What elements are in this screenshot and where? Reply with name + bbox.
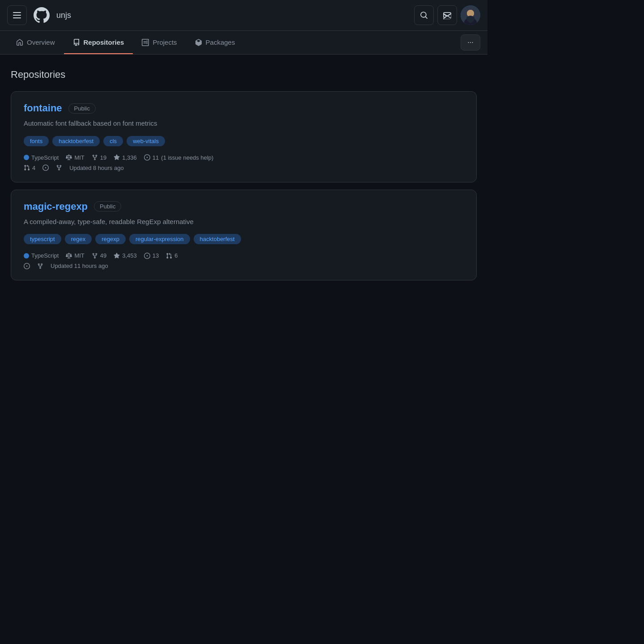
license-magic-regexp: MIT xyxy=(66,252,84,259)
stars-magic-regexp[interactable]: 3,453 xyxy=(114,252,137,259)
packages-icon xyxy=(195,38,202,46)
forks-magic-regexp[interactable]: 49 xyxy=(92,252,106,259)
svg-rect-2 xyxy=(13,17,21,18)
tab-packages[interactable]: Packages xyxy=(186,31,244,54)
topic-regular-expression[interactable]: regular-expression xyxy=(129,234,190,244)
topic-hacktoberfest2[interactable]: hacktoberfest xyxy=(194,234,241,244)
language-magic-regexp: TypeScript xyxy=(24,252,59,259)
repo-card-magic-regexp: magic-regexp Public A compiled-away, typ… xyxy=(11,190,477,281)
repo-topics-magic-regexp: typescript regex regexp regular-expressi… xyxy=(24,234,464,244)
svg-rect-0 xyxy=(13,12,21,13)
stars-fontaine[interactable]: 1,336 xyxy=(114,154,137,161)
visibility-badge-fontaine: Public xyxy=(68,103,96,114)
language-dot-magic-regexp xyxy=(24,253,29,258)
prs-fontaine[interactable]: 4 xyxy=(24,165,35,171)
issues-count-fontaine: 11 xyxy=(153,154,159,161)
header: unjs xyxy=(0,0,487,31)
menu-button[interactable] xyxy=(7,5,27,25)
visibility-badge-magic-regexp: Public xyxy=(94,201,121,212)
svg-rect-1 xyxy=(13,15,21,16)
repo-icon xyxy=(73,38,80,46)
header-right xyxy=(414,5,480,25)
github-logo[interactable] xyxy=(32,6,51,25)
repo-meta-fontaine-row1: TypeScript MIT 19 1,336 xyxy=(24,154,464,161)
fork-icon2-magic-regexp xyxy=(37,263,43,269)
issues-fontaine[interactable]: 11 (1 issue needs help) xyxy=(144,154,214,161)
topic-regexp[interactable]: regexp xyxy=(95,234,126,244)
nav-tabs: Overview Repositories Projects Packages … xyxy=(0,31,487,55)
forks-fontaine[interactable]: 19 xyxy=(92,154,106,161)
tab-repositories[interactable]: Repositories xyxy=(64,31,133,54)
issues-magic-regexp[interactable]: 13 xyxy=(144,252,159,259)
fork-icon2-fontaine xyxy=(56,165,62,171)
repo-name-magic-regexp[interactable]: magic-regexp xyxy=(24,201,88,212)
issues-note-fontaine: (1 issue needs help) xyxy=(161,154,213,161)
repo-meta-fontaine-row2: 4 Updated 8 hours ago xyxy=(24,165,464,171)
home-icon xyxy=(16,38,23,46)
topic-regex[interactable]: regex xyxy=(65,234,92,244)
tab-overview-label: Overview xyxy=(27,38,55,46)
topic-cls[interactable]: cls xyxy=(103,136,123,146)
topic-hacktoberfest[interactable]: hacktoberfest xyxy=(52,136,100,146)
tab-repositories-label: Repositories xyxy=(84,38,124,46)
topic-typescript[interactable]: typescript xyxy=(24,234,61,244)
updated-magic-regexp: Updated 11 hours ago xyxy=(51,263,108,269)
more-button[interactable]: ··· xyxy=(461,34,480,51)
repo-card-fontaine: fontaine Public Automatic font fallback … xyxy=(11,91,477,182)
topic-fonts[interactable]: fonts xyxy=(24,136,49,146)
avatar[interactable] xyxy=(461,5,480,25)
updated-fontaine: Updated 8 hours ago xyxy=(69,165,123,171)
prs-magic-regexp-row1[interactable]: 6 xyxy=(166,252,178,259)
language-dot-fontaine xyxy=(24,155,29,160)
main-content: Repositories fontaine Public Automatic f… xyxy=(0,55,487,302)
tab-projects-label: Projects xyxy=(153,38,177,46)
repo-topics-fontaine: fonts hacktoberfest cls web-vitals xyxy=(24,136,464,146)
tab-projects[interactable]: Projects xyxy=(133,31,186,54)
org-name[interactable]: unjs xyxy=(56,11,71,20)
topic-web-vitals[interactable]: web-vitals xyxy=(127,136,165,146)
inbox-button[interactable] xyxy=(437,5,457,25)
section-title: Repositories xyxy=(11,69,477,80)
repo-meta-magic-regexp-row1: TypeScript MIT 49 3,453 xyxy=(24,252,464,259)
license-fontaine: MIT xyxy=(66,154,84,161)
search-button[interactable] xyxy=(414,5,434,25)
projects-icon xyxy=(142,38,149,46)
tab-overview[interactable]: Overview xyxy=(7,31,64,54)
repo-header-fontaine: fontaine Public xyxy=(24,102,464,114)
tab-packages-label: Packages xyxy=(206,38,235,46)
repo-description-fontaine: Automatic font fallback based on font me… xyxy=(24,119,464,129)
repo-name-fontaine[interactable]: fontaine xyxy=(24,102,62,114)
repo-header-magic-regexp: magic-regexp Public xyxy=(24,201,464,212)
repo-meta-magic-regexp-row2: Updated 11 hours ago xyxy=(24,263,464,269)
language-fontaine: TypeScript xyxy=(24,154,59,161)
circle-dot-magic-regexp xyxy=(24,263,30,269)
repo-description-magic-regexp: A compiled-away, type-safe, readable Reg… xyxy=(24,217,464,227)
circle-dot-fontaine xyxy=(42,165,49,171)
header-left: unjs xyxy=(7,5,409,25)
